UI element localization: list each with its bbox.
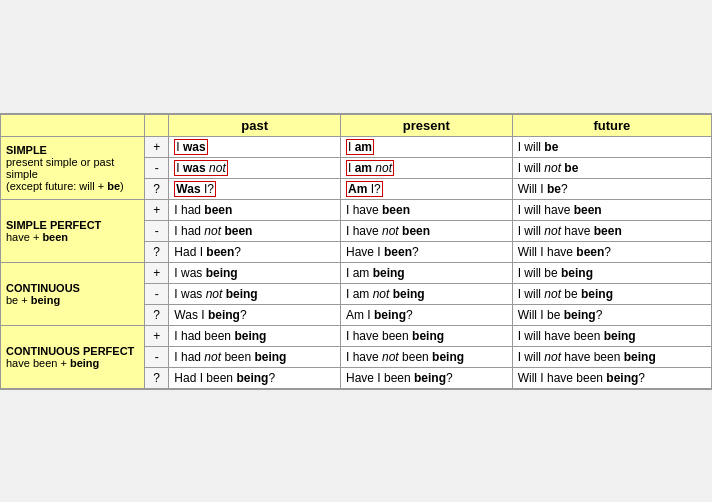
future-cell: I will not be xyxy=(512,157,711,178)
past-cell: I had not been xyxy=(169,220,341,241)
sign-cell: ? xyxy=(144,367,168,388)
past-cell: Was I? xyxy=(169,178,341,199)
sign-cell: + xyxy=(144,136,168,157)
sign-cell: + xyxy=(144,199,168,220)
sign-cell: + xyxy=(144,325,168,346)
table-row: CONTINUOUS PERFECThave been + being+I ha… xyxy=(1,325,712,346)
present-cell: I have not been xyxy=(340,220,512,241)
future-cell: I will be xyxy=(512,136,711,157)
header-sign xyxy=(144,114,168,136)
past-cell: Had I been being? xyxy=(169,367,341,388)
present-cell: I have been being xyxy=(340,325,512,346)
future-cell: I will not be being xyxy=(512,283,711,304)
sign-cell: + xyxy=(144,262,168,283)
header-category xyxy=(1,114,145,136)
present-cell: Am I? xyxy=(340,178,512,199)
present-cell: Have I been being? xyxy=(340,367,512,388)
past-cell: I was not being xyxy=(169,283,341,304)
sign-cell: - xyxy=(144,283,168,304)
header-future: future xyxy=(512,114,711,136)
present-cell: I am xyxy=(340,136,512,157)
future-cell: I will not have been xyxy=(512,220,711,241)
past-cell: Was I being? xyxy=(169,304,341,325)
past-cell: I had been being xyxy=(169,325,341,346)
sign-cell: ? xyxy=(144,304,168,325)
header-present: present xyxy=(340,114,512,136)
header-past: past xyxy=(169,114,341,136)
category-2: CONTINUOUSbe + being xyxy=(1,262,145,325)
future-cell: Will I be? xyxy=(512,178,711,199)
future-cell: I will not have been being xyxy=(512,346,711,367)
future-cell: Will I have been being? xyxy=(512,367,711,388)
present-cell: I have been xyxy=(340,199,512,220)
present-cell: Have I been? xyxy=(340,241,512,262)
future-cell: Will I be being? xyxy=(512,304,711,325)
past-cell: I was being xyxy=(169,262,341,283)
table-row: SIMPLE PERFECThave + been+I had beenI ha… xyxy=(1,199,712,220)
future-cell: I will be being xyxy=(512,262,711,283)
past-cell: I was not xyxy=(169,157,341,178)
present-cell: I am not being xyxy=(340,283,512,304)
sign-cell: ? xyxy=(144,241,168,262)
category-3: CONTINUOUS PERFECThave been + being xyxy=(1,325,145,388)
future-cell: I will have been xyxy=(512,199,711,220)
future-cell: Will I have been? xyxy=(512,241,711,262)
sign-cell: - xyxy=(144,157,168,178)
present-cell: Am I being? xyxy=(340,304,512,325)
past-cell: I was xyxy=(169,136,341,157)
present-cell: I am not xyxy=(340,157,512,178)
present-cell: I have not been being xyxy=(340,346,512,367)
present-cell: I am being xyxy=(340,262,512,283)
table-row: CONTINUOUSbe + being+I was beingI am bei… xyxy=(1,262,712,283)
past-cell: Had I been? xyxy=(169,241,341,262)
category-0: SIMPLEpresent simple or past simple(exce… xyxy=(1,136,145,199)
sign-cell: - xyxy=(144,346,168,367)
future-cell: I will have been being xyxy=(512,325,711,346)
past-cell: I had been xyxy=(169,199,341,220)
grammar-table: past present future SIMPLEpresent simple… xyxy=(0,113,712,390)
sign-cell: ? xyxy=(144,178,168,199)
header-row: past present future xyxy=(1,114,712,136)
table-row: SIMPLEpresent simple or past simple(exce… xyxy=(1,136,712,157)
past-cell: I had not been being xyxy=(169,346,341,367)
category-1: SIMPLE PERFECThave + been xyxy=(1,199,145,262)
sign-cell: - xyxy=(144,220,168,241)
